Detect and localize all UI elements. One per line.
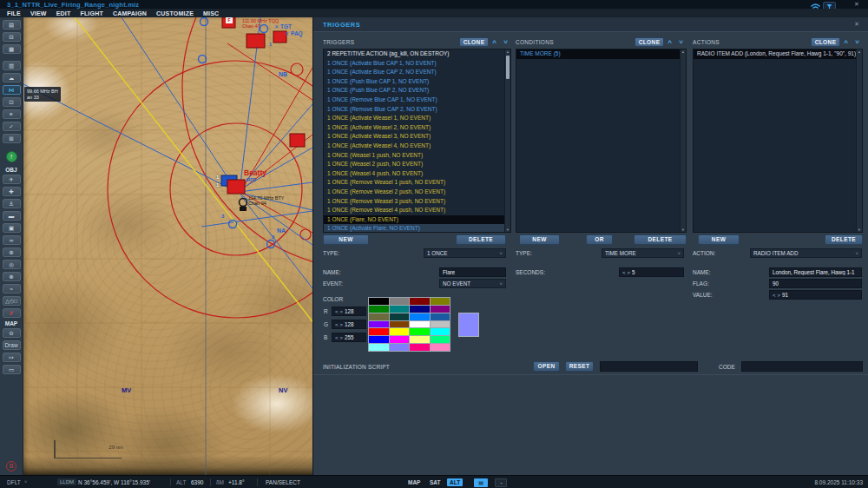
delete-condition-button[interactable]: DELETE (634, 234, 687, 245)
trigger-item[interactable]: 1 ONCE (Activate Weasel 2, NO EVENT) (324, 123, 510, 133)
trigger-type-dropdown[interactable]: 1 ONCE ˅ (424, 248, 506, 258)
color-swatch[interactable] (431, 321, 450, 328)
script-code-input[interactable] (741, 361, 863, 372)
add-helicopter-icon[interactable]: ✚ (3, 187, 21, 196)
bug-report-button[interactable]: B (6, 461, 16, 472)
action-name-input[interactable]: London, Request Flare, Hawg 1-1 (769, 267, 862, 277)
trigger-item[interactable]: 1 ONCE (Push Blue CAP 2, NO EVENT) (324, 86, 510, 96)
goals-icon[interactable]: ✓ (3, 122, 21, 131)
unit-box-icon[interactable]: ⊡ (3, 97, 21, 107)
open-mission-icon[interactable]: ⊟ (3, 32, 21, 42)
red-ground-unit[interactable] (227, 180, 245, 194)
scroll-down-icon[interactable]: ▾ (857, 228, 862, 232)
increment-icon[interactable]: > (778, 293, 781, 298)
color-swatch[interactable] (410, 328, 430, 335)
trigger-item[interactable]: 1 ONCE (Weasel 2 push, NO EVENT) (324, 160, 510, 169)
sequence-icon[interactable]: ≈ (3, 284, 21, 293)
conditions-list[interactable]: TIME MORE (5) ▴ ▾ (516, 49, 687, 233)
scroll-up-icon[interactable]: ▴ (681, 49, 686, 54)
clone-trigger-button[interactable]: CLONE (459, 37, 489, 47)
add-static-icon[interactable]: ▣ (3, 223, 21, 233)
decrement-icon[interactable]: < (622, 270, 626, 275)
color-swatch[interactable] (410, 306, 430, 313)
red-ground-unit[interactable] (290, 134, 305, 147)
move-action-up-icon[interactable]: ˄ (840, 37, 852, 47)
new-trigger-button[interactable]: NEW (323, 234, 369, 245)
trigger-item[interactable]: 1 ONCE (Remove Weasel 4 push, NO EVENT) (324, 206, 510, 215)
payload-icon[interactable]: ≡ (3, 109, 21, 119)
trigger-item[interactable]: 1 ONCE (Remove Weasel 1 push, NO EVENT) (324, 178, 510, 188)
decrement-icon[interactable]: < (335, 309, 339, 314)
close-window-icon[interactable]: ✕ (854, 1, 859, 8)
conditions-scrollbar[interactable]: ▴ ▾ (680, 49, 686, 232)
clone-condition-button[interactable]: CLONE (635, 37, 664, 47)
color-swatch[interactable] (390, 321, 410, 328)
new-mission-icon[interactable]: ▤ (3, 20, 21, 30)
action-flag-input[interactable]: 90 (769, 279, 862, 288)
color-swatch[interactable] (369, 298, 389, 305)
script-file-input[interactable] (600, 361, 698, 372)
layer-preset-dropdown[interactable]: DFLT (7, 479, 21, 485)
color-swatch[interactable] (390, 298, 410, 305)
color-swatch[interactable] (410, 298, 430, 305)
key-icon[interactable]: ⊖ (3, 328, 21, 338)
color-swatch[interactable] (431, 306, 450, 313)
add-vehicle-icon[interactable]: ▬ (3, 211, 21, 221)
condition-item[interactable]: TIME MORE (5) (516, 49, 686, 59)
increment-icon[interactable]: > (340, 309, 344, 314)
shapes-icon[interactable]: △◇□ (3, 296, 21, 306)
pattern-icon[interactable]: ◎ (3, 260, 21, 269)
trigger-item[interactable]: 1 ONCE (Activate Weasel 4, NO EVENT) (324, 142, 510, 151)
or-condition-button[interactable]: OR (586, 234, 613, 245)
action-type-dropdown[interactable]: RADIO ITEM ADD ˅ (750, 248, 862, 258)
color-swatch[interactable] (369, 328, 389, 335)
color-swatch[interactable] (369, 321, 389, 328)
color-b-stepper[interactable]: < > 255 (332, 333, 366, 342)
scroll-down-icon[interactable]: ▾ (505, 228, 510, 232)
increment-icon[interactable]: > (628, 270, 631, 275)
scrollbar-thumb[interactable] (506, 56, 510, 79)
trigger-item[interactable]: 1 ONCE (Activate Flare, NO EVENT) (324, 224, 510, 233)
move-condition-down-icon[interactable]: ˅ (675, 37, 687, 47)
color-swatch[interactable] (369, 344, 389, 351)
color-swatch[interactable] (410, 321, 430, 328)
scroll-up-icon[interactable]: ▴ (857, 49, 862, 54)
clone-action-button[interactable]: CLONE (811, 37, 840, 47)
trigger-item[interactable]: 2 REPETITIVE ACTION (ag_kill, ON DESTROY… (324, 49, 510, 59)
measure-icon[interactable]: ↦ (3, 353, 21, 362)
save-mission-icon[interactable]: ▦ (3, 44, 21, 54)
decrement-icon[interactable]: < (335, 322, 339, 327)
map-canvas[interactable]: F 111.00 MHz TQQChan 47 ✕TGT ✕PAQ NB NA … (23, 17, 312, 475)
reset-script-button[interactable]: RESET (565, 361, 594, 372)
decrement-icon[interactable]: < (335, 335, 339, 340)
trigger-item[interactable]: 1 ONCE (Remove Weasel 3 push, NO EVENT) (324, 197, 510, 207)
new-condition-button[interactable]: NEW (519, 234, 560, 245)
color-swatch[interactable] (431, 344, 450, 351)
color-swatch[interactable] (431, 298, 450, 305)
sat-layer-button[interactable]: SAT (430, 479, 441, 485)
summary-icon[interactable]: ⊞ (3, 134, 21, 143)
scroll-down-icon[interactable]: ▾ (681, 228, 686, 232)
trigger-item[interactable]: 1 ONCE (Activate Blue CAP 2, NO EVENT) (324, 68, 510, 77)
color-swatch[interactable] (410, 336, 430, 343)
trigger-item[interactable]: 1 ONCE (Weasel 1 push, NO EVENT) (324, 151, 510, 161)
menu-item[interactable]: FILE (7, 10, 21, 16)
delete-action-button[interactable]: DELETE (825, 234, 863, 245)
trigger-item[interactable]: 1 ONCE (Weasel 4 push, NO EVENT) (324, 169, 510, 179)
rect-select-icon[interactable]: ▭ (3, 365, 21, 374)
trigger-item[interactable]: 1 ONCE (Remove Blue CAP 1, NO EVENT) (324, 96, 510, 105)
open-script-button[interactable]: OPEN (533, 361, 560, 372)
weather-icon[interactable]: ☁ (3, 73, 21, 82)
color-swatch[interactable] (410, 344, 430, 351)
fly-mission-button[interactable]: ↑ (6, 151, 17, 162)
trigger-item[interactable]: 1 ONCE (Activate Blue CAP 1, NO EVENT) (324, 59, 510, 69)
color-swatch[interactable] (390, 336, 410, 343)
trigger-item[interactable]: 1 ONCE (Activate Weasel 3, NO EVENT) (324, 132, 510, 142)
red-ground-unit[interactable] (273, 31, 286, 43)
move-trigger-up-icon[interactable]: ˄ (489, 37, 500, 47)
condition-type-dropdown[interactable]: TIME MORE ˅ (602, 248, 684, 258)
scroll-up-icon[interactable]: ▴ (505, 49, 510, 54)
color-swatch[interactable] (431, 328, 450, 335)
decrement-icon[interactable]: < (773, 293, 776, 298)
coord-format-badge[interactable]: LLDM (57, 478, 76, 485)
